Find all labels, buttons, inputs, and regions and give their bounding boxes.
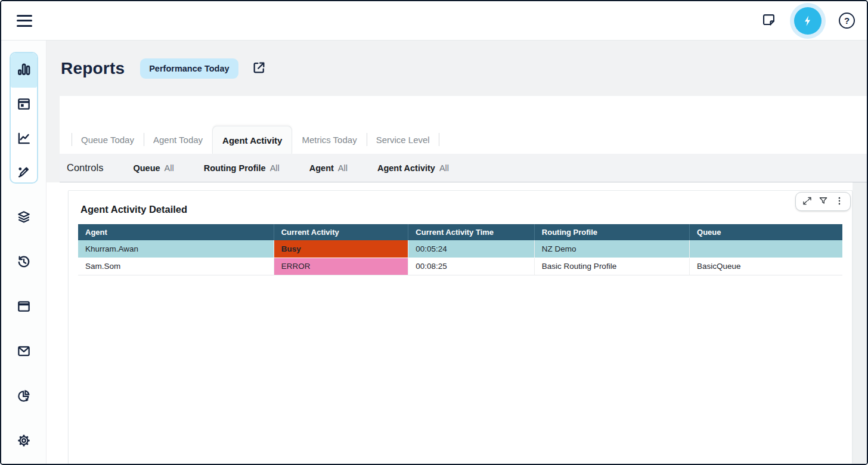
cell-queue: BasicQueue xyxy=(690,258,842,275)
cell-agent: Sam.Som xyxy=(78,258,274,275)
sidebar-item-analytics[interactable] xyxy=(10,374,38,419)
column-header-agent[interactable]: Agent xyxy=(78,224,274,240)
filter-icon xyxy=(818,196,829,208)
sidebar-secondary-group xyxy=(10,196,38,464)
tab-queue-today[interactable]: Queue Today xyxy=(72,126,144,154)
cell-routing-profile: Basic Routing Profile xyxy=(534,258,689,275)
cell-queue xyxy=(690,240,842,258)
page-header: Reports Performance Today xyxy=(46,41,867,96)
layers-icon xyxy=(16,209,32,227)
bar-chart-icon xyxy=(16,61,32,79)
sidebar-item-schedule[interactable] xyxy=(11,88,37,122)
expand-icon xyxy=(802,196,813,208)
sidebar-item-reports[interactable] xyxy=(11,53,37,88)
page-title: Reports xyxy=(61,59,125,78)
assistant-halo xyxy=(790,3,826,39)
column-header-current-activity[interactable]: Current Activity xyxy=(274,224,408,240)
filter-button[interactable] xyxy=(815,194,831,209)
help-icon: ? xyxy=(839,13,855,29)
filter-agent-activity[interactable]: Agent ActivityAll xyxy=(377,163,449,173)
report-body: Agent Activity Detailed Agent Current Ac… xyxy=(46,182,867,464)
settings-gear-icon xyxy=(16,433,32,451)
line-chart-icon xyxy=(16,131,32,148)
cell-activity-time: 00:08:25 xyxy=(408,258,535,275)
sidebar-item-window[interactable] xyxy=(10,285,38,330)
app-frame: Reports Performance Today Queue Today xyxy=(1,41,867,464)
sidebar-report-group xyxy=(10,52,38,184)
top-bar: ? xyxy=(1,1,867,41)
cell-agent: Khurram.Awan xyxy=(78,240,274,258)
column-header-current-activity-time[interactable]: Current Activity Time xyxy=(408,224,535,240)
tab-agent-activity[interactable]: Agent Activity xyxy=(212,126,292,154)
mail-icon xyxy=(16,343,32,361)
pie-chart-icon xyxy=(16,388,32,406)
design-brush-icon xyxy=(16,165,32,183)
cell-activity-time: 00:05:24 xyxy=(408,240,535,258)
browser-window-icon xyxy=(16,299,32,317)
lightning-icon xyxy=(794,7,822,35)
note-icon xyxy=(761,12,777,30)
help-button[interactable]: ? xyxy=(839,13,855,29)
open-external-button[interactable] xyxy=(252,60,266,77)
note-button[interactable] xyxy=(761,12,777,30)
column-header-routing-profile[interactable]: Routing Profile xyxy=(534,224,689,240)
topbar-actions: ? xyxy=(761,3,855,39)
sidebar-item-mail[interactable] xyxy=(10,330,38,374)
expand-button[interactable] xyxy=(799,194,815,209)
agent-activity-panel: Agent Activity Detailed Agent Current Ac… xyxy=(68,190,852,464)
controls-title: Controls xyxy=(67,162,103,173)
panel-toolbar xyxy=(795,192,851,211)
filter-routing-profile[interactable]: Routing ProfileAll xyxy=(204,163,280,173)
panel-title: Agent Activity Detailed xyxy=(80,204,842,215)
calendar-icon xyxy=(16,96,32,114)
main-content: Reports Performance Today Queue Today xyxy=(46,41,867,464)
app-window: ? xyxy=(0,0,868,465)
table-row: Khurram.Awan Busy 00:05:24 NZ Demo xyxy=(78,240,842,258)
tab-agent-today[interactable]: Agent Today xyxy=(144,126,212,154)
report-tabs: Queue Today Agent Today Agent Activity M… xyxy=(72,126,439,154)
sidebar xyxy=(1,41,46,464)
history-icon xyxy=(16,254,32,272)
external-link-icon xyxy=(252,60,266,77)
filter-queue[interactable]: QueueAll xyxy=(133,163,173,173)
sidebar-item-history[interactable] xyxy=(10,240,38,285)
table-row: Sam.Som ERROR 00:08:25 Basic Routing Pro… xyxy=(78,258,842,275)
assistant-button[interactable] xyxy=(790,3,826,39)
controls-bar: Controls QueueAll Routing ProfileAll Age… xyxy=(60,154,867,182)
sidebar-item-layers[interactable] xyxy=(10,196,38,240)
more-options-button[interactable] xyxy=(831,194,847,209)
tab-metrics-today[interactable]: Metrics Today xyxy=(292,126,366,154)
sidebar-item-design[interactable] xyxy=(11,157,37,184)
report-name-badge: Performance Today xyxy=(140,58,238,79)
cell-current-activity: Busy xyxy=(274,240,408,258)
agent-activity-table: Agent Current Activity Current Activity … xyxy=(78,224,842,275)
report-canvas-header: Queue Today Agent Today Agent Activity M… xyxy=(60,96,867,154)
filter-agent[interactable]: AgentAll xyxy=(309,163,348,173)
cell-current-activity: ERROR xyxy=(274,258,408,275)
right-gutter xyxy=(852,182,867,464)
cell-routing-profile: NZ Demo xyxy=(534,240,689,258)
tab-service-level[interactable]: Service Level xyxy=(367,126,439,154)
hamburger-menu-icon[interactable] xyxy=(16,14,33,28)
sidebar-item-settings[interactable] xyxy=(10,419,38,464)
kebab-menu-icon xyxy=(834,196,845,208)
sidebar-item-metrics[interactable] xyxy=(11,122,37,157)
column-header-queue[interactable]: Queue xyxy=(690,224,842,240)
table-header-row: Agent Current Activity Current Activity … xyxy=(78,224,842,240)
